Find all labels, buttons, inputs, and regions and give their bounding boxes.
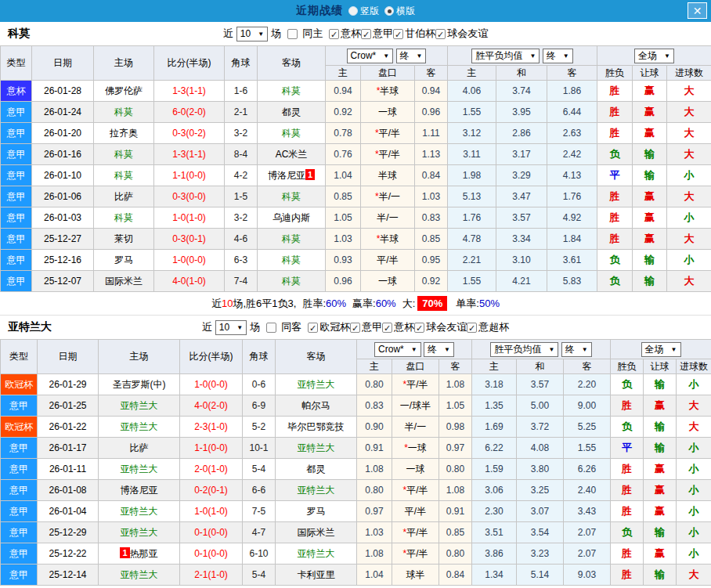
- checkbox-checked-icon[interactable]: ✓: [435, 29, 446, 39]
- fullmatch-group-header: 全场▼: [611, 340, 711, 359]
- let-result-cell: 赢: [633, 229, 667, 250]
- league-checkbox-球会友谊[interactable]: ✓球会友谊: [414, 320, 467, 334]
- away-team: 亚特兰大: [276, 480, 357, 501]
- league-checkbox-意杯[interactable]: ✓意杯: [329, 27, 361, 41]
- let-result-cell: 赢: [644, 395, 677, 417]
- atalanta-same-venue-checkbox[interactable]: 同客: [266, 320, 301, 334]
- let-result-cell: 赢: [633, 207, 667, 229]
- league-checkbox-意杯[interactable]: ✓意杯: [382, 320, 414, 334]
- radio-vertical-layout[interactable]: 竖版: [348, 5, 379, 18]
- checkbox-checked-icon[interactable]: ✓: [329, 29, 339, 39]
- fulltime-score: 1-1: [172, 170, 186, 181]
- col-handicap: 盘口: [392, 359, 439, 374]
- let-result-cell: 赢: [644, 543, 677, 565]
- team-name: 乌迪内斯: [272, 212, 310, 223]
- league-checkbox-意甲[interactable]: ✓意甲: [361, 27, 393, 41]
- avg-stage-select[interactable]: 终▼: [561, 342, 592, 357]
- avg-odds-select[interactable]: 胜平负均值▼: [490, 342, 558, 357]
- match-date: 26-01-28: [32, 81, 94, 102]
- avg-home-odds: 3.86: [472, 543, 517, 565]
- bookmaker-select[interactable]: Crow*▼: [347, 49, 394, 63]
- team-name: 科莫: [282, 276, 301, 287]
- fullmatch-select[interactable]: 全场▼: [634, 49, 674, 63]
- avg-odds-select[interactable]: 胜平负均值▼: [471, 49, 540, 63]
- como-same-venue-checkbox[interactable]: 同主: [287, 27, 323, 41]
- league-checkbox-欧冠杯[interactable]: ✓欧冠杯: [308, 320, 350, 334]
- fulltime-score: 0-2: [194, 485, 208, 496]
- fulltime-score: 1-3: [172, 85, 186, 96]
- team-name: 科莫: [282, 85, 301, 96]
- handicap-text: 半/一: [379, 191, 400, 202]
- checkbox-checked-icon[interactable]: ✓: [361, 29, 371, 39]
- league-checkbox-意超杯[interactable]: ✓意超杯: [467, 320, 509, 334]
- corner-score: 7-4: [225, 271, 258, 292]
- avg-away-odds: 5.83: [547, 271, 597, 292]
- match-type-badge: 欧冠杯: [1, 417, 38, 438]
- radio-horizontal-layout[interactable]: 横版: [384, 5, 415, 18]
- halftime-score: (0-0): [186, 191, 206, 202]
- odds-stage-select[interactable]: 终▼: [424, 342, 454, 357]
- checkbox-checked-icon[interactable]: ✓: [467, 323, 477, 333]
- fullmatch-select[interactable]: 全场▼: [641, 342, 681, 357]
- chevron-down-icon: ▼: [411, 344, 417, 355]
- goal-result-cell: 大: [667, 123, 711, 144]
- result-value: 负: [610, 254, 620, 265]
- bookmaker-select[interactable]: Crow*▼: [374, 342, 421, 357]
- avg-draw-odds: 3.74: [496, 81, 547, 102]
- chevron-down-icon: ▼: [671, 344, 677, 355]
- result-cell: 负: [597, 250, 633, 271]
- goal-result-cell: 大: [667, 271, 711, 292]
- goal-result-cell: 小: [677, 501, 711, 522]
- checkbox-checked-icon[interactable]: ✓: [414, 323, 424, 333]
- result-value: 胜: [610, 85, 620, 96]
- avg-home-odds: 6.22: [472, 438, 517, 459]
- match-date: 26-01-29: [38, 374, 99, 395]
- atalanta-match-count-select[interactable]: 10 ▼: [215, 320, 247, 335]
- handicap-text: 平/半: [379, 128, 400, 139]
- goal-result-cell: 小: [667, 165, 711, 186]
- goal-result-value: 小: [689, 463, 699, 474]
- corner-score: 4-2: [225, 165, 258, 186]
- checkbox-checked-icon[interactable]: ✓: [350, 323, 360, 333]
- radio-vertical-label: 竖版: [360, 5, 379, 18]
- avg-draw-odds: 3.95: [496, 102, 547, 123]
- let-result-cell: 输: [644, 438, 677, 459]
- goal-result-cell: 大: [677, 417, 711, 438]
- fulltime-score: 1-3: [172, 149, 186, 160]
- odds-stage-select[interactable]: 终▼: [396, 49, 427, 63]
- handicap-line: 一球: [392, 459, 439, 480]
- team-name: 科莫: [282, 191, 301, 202]
- avg-away-odds: 5.25: [564, 417, 611, 438]
- result-cell: 负: [597, 144, 633, 165]
- team-name: 科莫: [114, 170, 133, 181]
- result-value: 胜: [622, 568, 632, 580]
- avg-draw-odds: 3.34: [496, 229, 547, 250]
- goal-result-cell: 大: [667, 186, 711, 207]
- match-row: 意甲26-01-17比萨1-1(0-0)10-1亚特兰大0.91*一球0.976…: [1, 438, 711, 459]
- radio-circle-icon[interactable]: [348, 6, 358, 16]
- como-match-count-select[interactable]: 10 ▼: [236, 27, 268, 41]
- avg-stage-select[interactable]: 终▼: [543, 49, 573, 63]
- radio-circle-checked-icon[interactable]: [384, 6, 394, 16]
- checkbox-checked-icon[interactable]: ✓: [382, 323, 392, 333]
- checkbox-unchecked-icon[interactable]: [287, 29, 298, 39]
- team-name: 帕尔马: [302, 400, 330, 411]
- away-team: 都灵: [258, 102, 326, 123]
- result-value: 负: [622, 378, 632, 390]
- close-button[interactable]: ✕: [688, 2, 707, 19]
- checkbox-checked-icon[interactable]: ✓: [308, 323, 318, 333]
- checkbox-checked-icon[interactable]: ✓: [393, 29, 403, 39]
- league-checkbox-意甲[interactable]: ✓意甲: [350, 320, 382, 334]
- col-type: 类型: [1, 46, 32, 81]
- col-avg-draw: 和: [517, 359, 564, 374]
- checkbox-unchecked-icon[interactable]: [266, 323, 276, 333]
- league-label: 意甲: [362, 320, 382, 334]
- league-checkbox-球会友谊[interactable]: ✓球会友谊: [435, 27, 488, 41]
- avg-draw-odds: 5.14: [517, 565, 564, 586]
- league-checkbox-甘伯杯[interactable]: ✓甘伯杯: [393, 27, 435, 41]
- avg-home-odds: 1.98: [448, 165, 496, 186]
- result-cell: 胜: [597, 186, 633, 207]
- handicap-text: 平/半: [406, 527, 428, 538]
- handicap-text: 平/半: [406, 548, 428, 559]
- avg-away-odds: 4.13: [547, 165, 597, 186]
